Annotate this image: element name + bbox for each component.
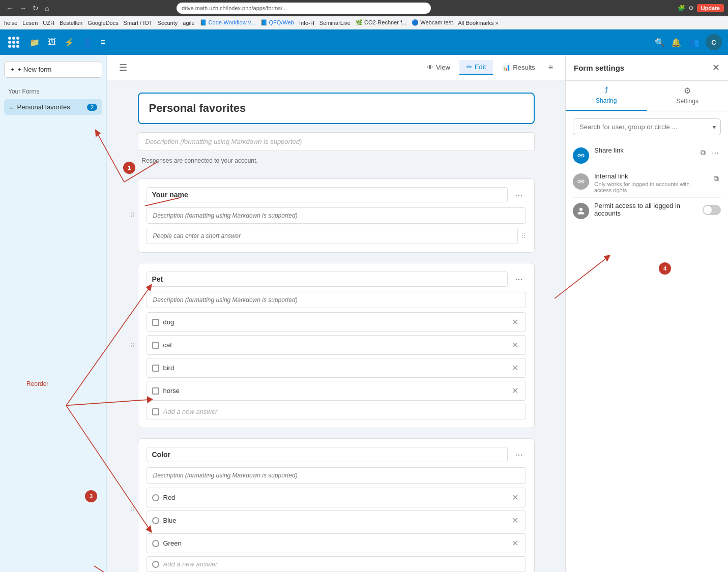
reorder-text: Reorder <box>26 380 48 387</box>
bookmark-co2[interactable]: 🌿 CO2-Rechner f... <box>356 19 406 26</box>
toolbar: ☰ 👁 View ✏ Edit 📊 Results ≡ <box>107 55 565 80</box>
bookmark-googledocs[interactable]: GoogleDocs <box>88 20 119 26</box>
annotation-1: 1 <box>123 162 135 174</box>
photos-icon-btn[interactable]: 🖼 <box>46 36 58 49</box>
option-green-input[interactable] <box>163 539 506 547</box>
remove-green-btn[interactable]: ✕ <box>510 537 520 549</box>
address-bar[interactable]: drive.math.uzh.ch/index.php/apps/forms/.… <box>177 3 431 14</box>
radio-red[interactable] <box>152 494 159 501</box>
remove-blue-btn[interactable]: ✕ <box>510 515 520 526</box>
form-title-input[interactable] <box>149 102 523 115</box>
header-search-btn[interactable]: 🔍 <box>655 38 665 47</box>
question-1-answer[interactable] <box>147 228 518 244</box>
form-description-box[interactable]: Description (formatting using Markdown i… <box>138 132 535 151</box>
content-area: ☰ 👁 View ✏ Edit 📊 Results ≡ 1 <box>107 55 565 572</box>
share-link-more-btn[interactable]: ⋯ <box>710 147 721 159</box>
bookmark-uzh[interactable]: UZH <box>43 20 54 26</box>
view-button[interactable]: 👁 View <box>420 61 457 74</box>
checkbox-cat[interactable] <box>152 342 159 349</box>
option-red-input[interactable] <box>163 494 506 501</box>
option-cat-input[interactable] <box>163 341 506 349</box>
tab-sharing[interactable]: ⤴ Sharing <box>566 81 647 111</box>
edit-button[interactable]: ✏ Edit <box>459 60 493 75</box>
question-1-menu[interactable]: ⋯ <box>512 188 526 202</box>
back-button[interactable]: ← <box>4 3 15 13</box>
results-button[interactable]: 📊 Results <box>495 61 542 74</box>
header-right: 🔍 🔔 👥 C <box>655 34 722 50</box>
settings-btn[interactable]: ⚙ <box>688 4 694 12</box>
add-answer-radio[interactable]: Add a new answer <box>147 556 526 572</box>
option-bird-input[interactable] <box>163 364 506 372</box>
pencil-icon: ✏ <box>467 63 472 71</box>
bookmark-infoh[interactable]: Info-H <box>299 20 314 26</box>
bookmark-all[interactable]: All Bookmarks » <box>458 20 498 26</box>
remove-bird-btn[interactable]: ✕ <box>510 362 520 374</box>
option-blue-input[interactable] <box>163 517 506 524</box>
add-answer-checkbox[interactable]: Add a new answer <box>147 404 526 419</box>
share-link-copy-btn[interactable]: ⧉ <box>698 146 708 159</box>
bookmark-security[interactable]: Security <box>158 20 178 26</box>
remove-cat-btn[interactable]: ✕ <box>510 339 520 351</box>
settings-header: Form settings ✕ <box>566 55 728 81</box>
question-3-description[interactable] <box>147 467 526 484</box>
remove-red-btn[interactable]: ✕ <box>510 492 520 503</box>
bookmark-seminarlive[interactable]: SeminarLive <box>319 20 351 26</box>
bookmark-code-workflow[interactable]: 📘 Code-Workflow v... <box>200 19 255 26</box>
bookmark-qfq[interactable]: 📘 QFQ/Web <box>260 19 294 26</box>
folder-icon-btn[interactable]: 📁 <box>27 36 42 49</box>
home-button[interactable]: ⌂ <box>43 3 51 13</box>
eye-icon: 👁 <box>427 64 433 71</box>
remove-dog-btn[interactable]: ✕ <box>510 316 520 328</box>
contacts-btn[interactable]: 👥 <box>687 36 702 49</box>
question-3-title[interactable] <box>147 447 508 462</box>
bookmark-heise[interactable]: heise <box>4 20 17 26</box>
permit-access-toggle[interactable] <box>703 205 721 215</box>
hamburger-button[interactable]: ☰ <box>115 60 131 75</box>
checkbox-bird[interactable] <box>152 365 159 372</box>
form-description-placeholder: Description (formatting using Markdown i… <box>145 138 302 145</box>
search-share-input[interactable] <box>573 118 721 135</box>
option-dog-input[interactable] <box>163 318 506 326</box>
checkbox-dog[interactable] <box>152 319 159 326</box>
new-form-button[interactable]: + + New form <box>4 61 102 78</box>
sidebar-item-personal-favorites[interactable]: ≡ Personal favorites 2 <box>4 99 102 115</box>
forward-button[interactable]: → <box>17 3 28 13</box>
notifications-btn[interactable]: 🔔 <box>669 36 683 49</box>
activity-icon-btn[interactable]: ⚡ <box>62 36 76 49</box>
question-1-description[interactable] <box>147 207 526 224</box>
add-answer-radio-label: Add a new answer <box>163 560 218 568</box>
tab-settings[interactable]: ⚙ Settings <box>647 81 729 111</box>
remove-horse-btn[interactable]: ✕ <box>510 385 520 397</box>
question-1-title[interactable] <box>147 187 508 202</box>
user-avatar[interactable]: C <box>706 34 722 50</box>
drag-handle-2[interactable]: ⠿ <box>130 342 135 349</box>
radio-blue[interactable] <box>152 517 159 524</box>
question-2-menu[interactable]: ⋯ <box>512 273 526 286</box>
contacts-icon-btn[interactable]: 👤 <box>80 36 95 49</box>
question-2-title[interactable] <box>147 272 508 287</box>
settings-close-button[interactable]: ✕ <box>712 62 720 73</box>
question-3-menu[interactable]: ⋯ <box>512 448 526 462</box>
bookmark-agile[interactable]: agile <box>183 20 194 26</box>
bookmark-smart-iot[interactable]: Smart / IOT <box>124 20 153 26</box>
forms-icon-btn[interactable]: ≡ <box>99 36 107 49</box>
checkbox-horse[interactable] <box>152 387 159 395</box>
extensions-btn[interactable]: 🧩 <box>678 4 685 12</box>
question-2-description[interactable] <box>147 292 526 308</box>
results-label: Results <box>513 64 535 71</box>
list-view-button[interactable]: ≡ <box>544 61 557 74</box>
internal-link-copy-btn[interactable]: ⧉ <box>712 172 721 185</box>
update-button[interactable]: Update <box>697 4 724 12</box>
option-green: ✕ <box>147 533 526 553</box>
option-horse-input[interactable] <box>163 387 506 395</box>
drag-handle-3[interactable]: ⠿ <box>130 506 135 513</box>
bookmark-webcam[interactable]: 🔵 Webcam test <box>412 19 453 26</box>
drag-handle-1[interactable]: ⠿ <box>130 212 135 219</box>
plus-icon: + <box>11 66 15 73</box>
reload-button[interactable]: ↻ <box>31 3 41 13</box>
form-title-box <box>138 93 535 124</box>
radio-green[interactable] <box>152 540 159 547</box>
bookmark-lesen[interactable]: Lesen <box>22 20 38 26</box>
settings-tab-icon: ⚙ <box>684 86 691 96</box>
bookmark-bestellen[interactable]: Bestellen <box>60 20 82 26</box>
